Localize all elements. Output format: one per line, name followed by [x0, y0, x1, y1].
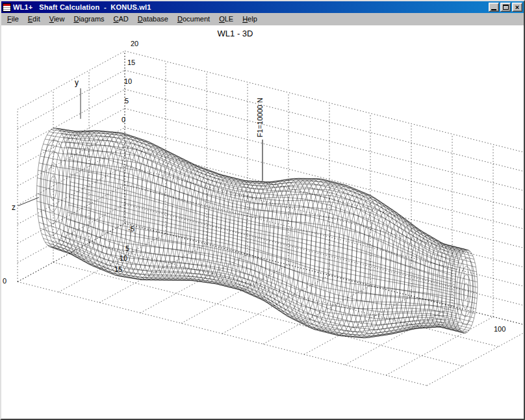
svg-text:-5: -5 — [128, 225, 134, 233]
svg-text:15: 15 — [127, 59, 135, 66]
y-axis-label: y — [75, 78, 79, 87]
menu-diagrams[interactable]: Diagrams — [69, 14, 109, 25]
force-label: F1=10000 N — [256, 98, 264, 137]
svg-text:20: 20 — [131, 40, 138, 47]
shaft-3d-plot: 20151050-5510150100yzF1=10000 N — [1, 25, 524, 419]
svg-text:0: 0 — [3, 277, 6, 285]
svg-text:5: 5 — [125, 97, 129, 105]
svg-text:15: 15 — [114, 265, 122, 273]
svg-text:100: 100 — [494, 325, 506, 333]
menu-document[interactable]: Document — [173, 14, 214, 25]
menu-file[interactable]: File — [3, 14, 23, 25]
svg-text:10: 10 — [124, 77, 132, 85]
minimize-button[interactable] — [489, 3, 499, 12]
maximize-button[interactable] — [500, 3, 511, 12]
z-axis-label: z — [12, 203, 16, 212]
menu-help[interactable]: Help — [238, 14, 262, 25]
force-annotation: F1=10000 N — [256, 98, 264, 181]
minimize-icon — [491, 9, 496, 10]
close-button[interactable]: × — [512, 3, 522, 12]
close-icon: × — [515, 4, 519, 10]
app-icon[interactable] — [3, 3, 11, 12]
maximize-icon — [503, 5, 509, 10]
app-window: WL1+ Shaft Calculation - KONUS.wl1 × Fil… — [0, 0, 525, 420]
titlebar[interactable]: WL1+ Shaft Calculation - KONUS.wl1 × — [1, 1, 524, 13]
svg-text:0: 0 — [122, 116, 125, 124]
menu-view[interactable]: View — [45, 14, 70, 25]
menubar: FileEditViewDiagramsCADDatabaseDocumentO… — [1, 13, 524, 25]
plot-area: WL1 - 3D 20151050-5510150100yzF1=10000 N — [1, 25, 524, 419]
menu-edit[interactable]: Edit — [23, 14, 45, 25]
window-controls: × — [489, 3, 522, 12]
svg-text:10: 10 — [120, 254, 127, 262]
menu-ole[interactable]: OLE — [214, 14, 238, 25]
menu-database[interactable]: Database — [133, 14, 173, 25]
shaft-mesh — [37, 128, 478, 338]
svg-text:5: 5 — [125, 244, 129, 252]
menu-cad[interactable]: CAD — [109, 14, 133, 25]
window-title: WL1+ Shaft Calculation - KONUS.wl1 — [13, 3, 489, 11]
